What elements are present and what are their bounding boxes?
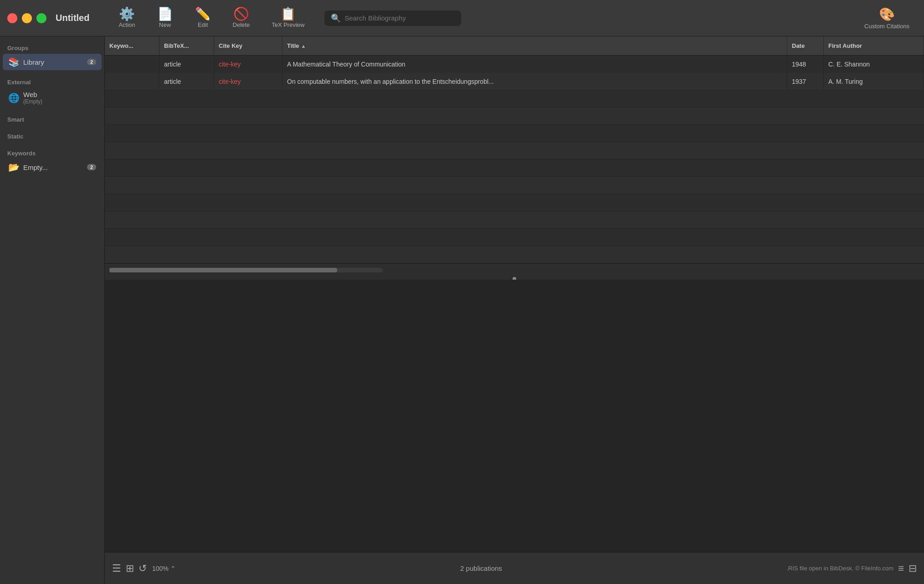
grid-view-icon[interactable]: ⊞: [126, 563, 134, 574]
delete-toolbar-item[interactable]: 🚫 Delete: [222, 6, 261, 30]
new-toolbar-item[interactable]: 📄 New: [146, 6, 184, 30]
table-cell: article: [159, 56, 214, 72]
scrollbar-center-indicator: [105, 276, 924, 280]
web-icon: 🌐: [8, 92, 20, 103]
table-cell: 1948: [787, 56, 824, 72]
sidebar: Groups 📚 Library 2 External 🌐 Web (Empty…: [0, 36, 105, 584]
view-options-icon[interactable]: ≡: [898, 563, 904, 574]
col-date-label: Date: [792, 42, 805, 49]
empty-label: Empty...: [23, 164, 83, 171]
new-label: New: [159, 21, 171, 28]
search-area: 🔍: [324, 10, 461, 26]
window-title: Untitled: [56, 13, 89, 23]
close-button[interactable]: [7, 13, 17, 23]
action-label: Action: [118, 21, 135, 28]
sidebar-spacer-2: [0, 108, 104, 113]
external-section-label: External: [0, 75, 104, 87]
tex-preview-label: TeX Preview: [272, 21, 304, 28]
statusbar-publications-count: 2 publications: [181, 564, 781, 572]
col-header-author[interactable]: First Author: [824, 36, 924, 55]
table-cell: A. M. Turing: [824, 73, 924, 90]
col-bibtex-label: BibTeX...: [164, 42, 189, 49]
statusbar: ☰ ⊞ ↺ 100% ⌃ 2 publications .RIS file op…: [105, 552, 924, 584]
custom-citations-button[interactable]: 🎨 Custom Citations: [857, 5, 917, 31]
groups-section-label: Groups: [0, 41, 104, 53]
edit-label: Edit: [198, 21, 208, 28]
library-icon: 📚: [8, 56, 20, 67]
col-title-label: Title: [287, 42, 299, 49]
tex-preview-toolbar-item[interactable]: 📋 TeX Preview: [261, 6, 315, 30]
empty-row: [105, 211, 924, 229]
table-cell: 1937: [787, 73, 824, 90]
sidebar-spacer-4: [0, 142, 104, 146]
table-cell: cite-key: [214, 56, 282, 72]
titlebar: Untitled ⚙️ Action 📄 New ✏️ Edit 🚫 Delet…: [0, 0, 924, 36]
tex-preview-icon: 📋: [280, 8, 296, 20]
scrollbar-area: [105, 263, 924, 276]
action-toolbar-item[interactable]: ⚙️ Action: [108, 6, 146, 30]
col-citekey-label: Cite Key: [219, 42, 242, 49]
sidebar-item-web[interactable]: 🌐 Web (Empty): [3, 88, 102, 108]
zoom-level: 100%: [152, 565, 169, 572]
keywords-section-label: Keywords: [0, 146, 104, 159]
columns-icon[interactable]: ⊟: [909, 563, 917, 574]
col-header-title[interactable]: Title ▲: [282, 36, 787, 55]
table-cell: [105, 56, 159, 72]
window-controls: [7, 13, 46, 23]
refresh-icon[interactable]: ↺: [139, 563, 147, 574]
list-view-icon[interactable]: ☰: [112, 563, 121, 574]
col-author-label: First Author: [828, 42, 862, 49]
table-cell: A Mathematical Theory of Communication: [282, 56, 787, 72]
scrollbar-track[interactable]: [109, 268, 383, 272]
action-icon: ⚙️: [119, 8, 135, 20]
zoom-control[interactable]: 100% ⌃: [152, 565, 176, 572]
search-input[interactable]: [344, 14, 455, 22]
library-label: Library: [23, 58, 83, 66]
empty-icon: 📂: [8, 162, 20, 173]
empty-row: [105, 159, 924, 177]
table-cell: article: [159, 73, 214, 90]
empty-row: [105, 125, 924, 142]
publications-count-text: 2 publications: [460, 564, 502, 572]
col-header-bibtex[interactable]: BibTeX...: [159, 36, 214, 55]
sidebar-item-empty[interactable]: 📂 Empty... 2: [3, 159, 102, 175]
custom-citations-label: Custom Citations: [864, 23, 909, 30]
table-cell: cite-key: [214, 73, 282, 90]
zoom-chevron-icon: ⌃: [170, 565, 176, 572]
minimize-button[interactable]: [22, 13, 32, 23]
static-section-label: Static: [0, 129, 104, 142]
custom-citations-icon: 🎨: [879, 7, 895, 22]
edit-toolbar-item[interactable]: ✏️ Edit: [184, 6, 222, 30]
main-area: Groups 📚 Library 2 External 🌐 Web (Empty…: [0, 36, 924, 584]
table-header: Keywo... BibTeX... Cite Key Title ▲ Date…: [105, 36, 924, 56]
scrollbar-thumb[interactable]: [109, 268, 337, 272]
empty-row: [105, 108, 924, 125]
sidebar-spacer-1: [0, 71, 104, 75]
col-header-keywords[interactable]: Keywo...: [105, 36, 159, 55]
empty-rows: [105, 90, 924, 263]
table-row[interactable]: articlecite-keyOn computable numbers, wi…: [105, 73, 924, 90]
empty-row: [105, 246, 924, 263]
delete-label: Delete: [233, 21, 250, 28]
content-area: Keywo... BibTeX... Cite Key Title ▲ Date…: [105, 36, 924, 584]
table-row[interactable]: articlecite-keyA Mathematical Theory of …: [105, 56, 924, 73]
col-header-date[interactable]: Date: [787, 36, 824, 55]
maximize-button[interactable]: [36, 13, 46, 23]
empty-row: [105, 90, 924, 108]
empty-row: [105, 142, 924, 159]
smart-section-label: Smart: [0, 113, 104, 125]
web-label: Web: [23, 91, 42, 98]
table-cell: [105, 73, 159, 90]
sidebar-spacer-3: [0, 125, 104, 129]
ris-info-text: .RIS file open in BibDesk. © FileInfo.co…: [786, 565, 893, 572]
sort-arrow-icon: ▲: [301, 43, 306, 49]
web-sublabel: (Empty): [23, 98, 42, 105]
empty-row: [105, 177, 924, 194]
sidebar-item-library[interactable]: 📚 Library 2: [3, 54, 102, 70]
library-badge: 2: [87, 59, 96, 65]
new-icon: 📄: [157, 8, 173, 20]
search-icon: 🔍: [331, 13, 341, 23]
col-header-citekey[interactable]: Cite Key: [214, 36, 282, 55]
statusbar-right: .RIS file open in BibDesk. © FileInfo.co…: [786, 563, 917, 574]
table-cell: On computable numbers, with an applicati…: [282, 73, 787, 90]
